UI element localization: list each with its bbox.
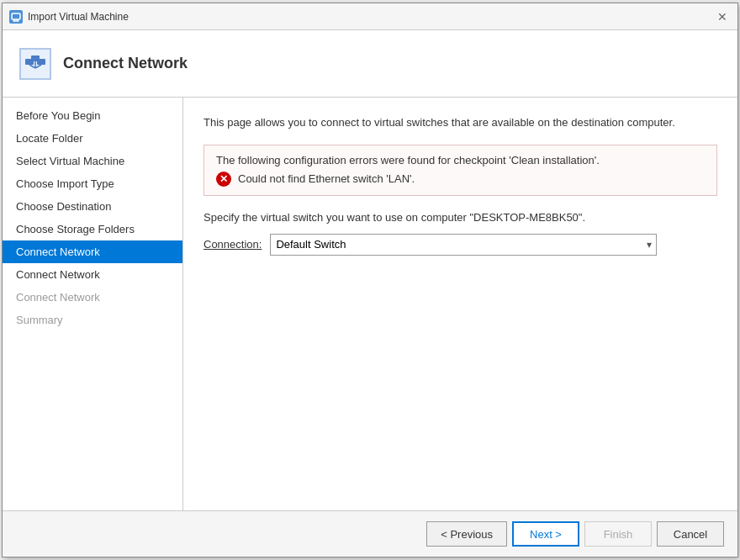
content-area: This page allows you to connect to virtu… <box>183 98 737 510</box>
sidebar-item-select-virtual-machine[interactable]: Select Virtual Machine <box>3 150 182 172</box>
svg-line-7 <box>29 65 35 68</box>
title-bar: Import Virtual Machine ✕ <box>3 3 737 30</box>
connection-select[interactable]: Default SwitchNot Connected <box>270 234 657 256</box>
close-button[interactable]: ✕ <box>714 8 731 25</box>
svg-rect-0 <box>12 13 20 19</box>
vm-icon <box>9 10 23 24</box>
header: Connect Network <box>3 30 737 98</box>
sidebar-item-connect-network-2[interactable]: Connect Network <box>3 263 182 286</box>
main-window: Import Virtual Machine ✕ Connect Network… <box>2 3 738 557</box>
error-icon: ✕ <box>216 172 231 187</box>
specify-text: Specify the virtual switch you want to u… <box>204 211 717 224</box>
body: Before You BeginLocate FolderSelect Virt… <box>3 98 737 510</box>
error-message: Could not find Ethernet switch 'LAN'. <box>238 172 415 185</box>
svg-rect-6 <box>37 59 45 65</box>
error-row: ✕ Could not find Ethernet switch 'LAN'. <box>216 172 705 187</box>
connection-label: Connection: <box>204 238 262 251</box>
connection-select-wrapper: Default SwitchNot Connected <box>270 234 657 256</box>
sidebar: Before You BeginLocate FolderSelect Virt… <box>3 98 183 510</box>
sidebar-item-locate-folder[interactable]: Locate Folder <box>3 127 182 150</box>
content-description: This page allows you to connect to virtu… <box>204 114 717 131</box>
error-header: The following configuration errors were … <box>216 154 705 166</box>
previous-button[interactable]: < Previous <box>426 521 507 547</box>
sidebar-item-choose-import-type[interactable]: Choose Import Type <box>3 172 182 195</box>
title-bar-left: Import Virtual Machine <box>9 10 129 24</box>
footer: < Previous Next > Finish Cancel <box>3 510 737 557</box>
sidebar-item-choose-destination[interactable]: Choose Destination <box>3 195 182 218</box>
error-box: The following configuration errors were … <box>204 145 717 196</box>
finish-button[interactable]: Finish <box>584 521 652 547</box>
sidebar-item-summary: Summary <box>3 309 182 331</box>
header-network-icon <box>19 48 51 80</box>
cancel-button[interactable]: Cancel <box>657 521 724 547</box>
header-title: Connect Network <box>63 55 188 72</box>
sidebar-item-choose-storage-folders[interactable]: Choose Storage Folders <box>3 218 182 240</box>
connection-row: Connection: Default SwitchNot Connected <box>204 234 717 256</box>
window-title: Import Virtual Machine <box>28 11 129 23</box>
svg-line-8 <box>35 65 41 68</box>
next-button[interactable]: Next > <box>512 521 579 547</box>
sidebar-item-connect-network-3: Connect Network <box>3 286 182 309</box>
sidebar-item-connect-network-1[interactable]: Connect Network <box>3 240 182 263</box>
sidebar-item-before-you-begin[interactable]: Before You Begin <box>3 104 182 127</box>
